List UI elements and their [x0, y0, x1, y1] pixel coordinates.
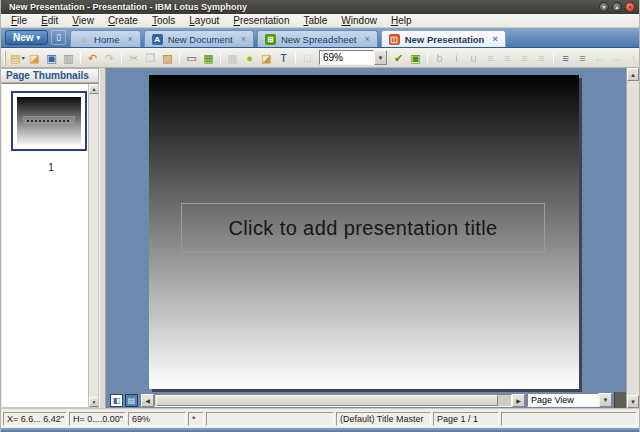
tab-home[interactable]: ⌂Home× — [70, 30, 141, 47]
align-justify-icon: ≡ — [538, 50, 544, 66]
move-up-button[interactable]: ↑ — [625, 50, 640, 66]
maximize-button[interactable]: ▴ — [612, 2, 622, 12]
zoom-level-combobox[interactable]: 69%▼ — [319, 50, 387, 65]
screen-show-button[interactable]: ▣ — [407, 50, 424, 66]
thumbnail-number: 1 — [11, 162, 91, 173]
demote-button[interactable]: → — [608, 50, 625, 66]
menu-create[interactable]: Create — [101, 14, 145, 27]
numbered-list-button[interactable]: ≡ — [574, 50, 591, 66]
align-left-button[interactable]: ≡ — [482, 50, 499, 66]
vertical-scrollbar[interactable]: ▲ ▼ — [626, 68, 639, 408]
scroll-right-icon[interactable]: ▶ — [512, 394, 525, 407]
tab-close-icon[interactable]: × — [241, 34, 246, 44]
window-controls: ▾▴× — [599, 2, 635, 12]
chevron-down-icon: ▾ — [22, 54, 25, 61]
print-button[interactable]: ▥ — [60, 50, 77, 66]
align-justify-button[interactable]: ≡ — [533, 50, 550, 66]
gallery-button[interactable]: ◪ — [258, 50, 275, 66]
application-window: New Presentation - Presentation - IBM Lo… — [0, 0, 640, 432]
align-right-icon: ≡ — [521, 50, 527, 66]
undo-button[interactable]: ↶ — [84, 50, 101, 66]
thumbnail-scrollbar[interactable]: ▲ ▼ — [88, 84, 98, 407]
bold-button[interactable]: b — [431, 50, 448, 66]
panel-splitter[interactable] — [99, 68, 106, 408]
tab-new-document[interactable]: ANew Document× — [144, 30, 254, 47]
view-selector-dropdown-button[interactable]: ▼ — [599, 393, 612, 407]
align-right-button[interactable]: ≡ — [516, 50, 533, 66]
scroll-left-icon[interactable]: ◀ — [141, 394, 154, 407]
open-document-button[interactable]: ▯ — [51, 30, 66, 45]
resize-grip[interactable] — [614, 392, 626, 408]
italic-button[interactable]: i — [448, 50, 465, 66]
text-box-icon: T — [280, 50, 287, 66]
tab-label: New Spreadsheet — [281, 34, 357, 45]
promote-icon: ← — [594, 50, 605, 66]
horizontal-scrollbar[interactable] — [154, 394, 512, 407]
tab-close-icon[interactable]: × — [127, 34, 132, 44]
menu-window[interactable]: Window — [334, 14, 384, 27]
cut-button[interactable]: ✂ — [125, 50, 142, 66]
frame-icon: ▭ — [186, 50, 196, 66]
tab-new-spreadsheet[interactable]: ⊞New Spreadsheet× — [257, 30, 378, 47]
scroll-down-icon[interactable]: ▼ — [627, 395, 639, 408]
view-selector[interactable]: Page View ▼ — [527, 393, 612, 407]
toolbar-separator — [80, 51, 81, 64]
insert-image-button[interactable]: ▦ — [200, 50, 217, 66]
frame-button[interactable]: ▭ — [183, 50, 200, 66]
spellcheck-button[interactable]: ✔ — [390, 50, 407, 66]
title-placeholder[interactable]: Click to add presentation title — [181, 203, 545, 253]
normal-view-button[interactable]: ◧ — [110, 394, 123, 407]
toolbar-separator — [553, 51, 554, 64]
menu-tools[interactable]: Tools — [145, 14, 182, 27]
menu-view[interactable]: View — [65, 14, 101, 27]
chevron-down-icon: ▾ — [37, 34, 41, 42]
new-button[interactable]: New ▾ — [5, 30, 48, 45]
underline-button[interactable]: u — [465, 50, 482, 66]
text-box-button[interactable]: T — [275, 50, 292, 66]
cut-icon: ✂ — [129, 50, 138, 66]
open-button[interactable]: ◪ — [26, 50, 43, 66]
zoom-button[interactable]: □ — [299, 50, 316, 66]
insert-image-icon: ▦ — [203, 50, 213, 66]
menu-help[interactable]: Help — [384, 14, 419, 27]
minimize-button[interactable]: ▾ — [599, 2, 609, 12]
redo-button[interactable]: ↷ — [101, 50, 118, 66]
spreadsheet-icon: ⊞ — [265, 34, 276, 45]
tab-close-icon[interactable]: × — [364, 34, 369, 44]
toolbar-separator — [427, 51, 428, 64]
menu-edit[interactable]: Edit — [34, 14, 65, 27]
menu-layout[interactable]: Layout — [182, 14, 226, 27]
main-toolbar: ▤▾◪▣▥↶↷✂❐▨▭▦▦●◪T□69%▼✔▣biu≡≡≡≡≡≡←→↑↓⚙= — [1, 48, 639, 68]
new-document-button[interactable]: ▤▾ — [9, 50, 26, 66]
scroll-up-icon[interactable]: ▲ — [89, 84, 99, 94]
align-center-button[interactable]: ≡ — [499, 50, 516, 66]
shape-button[interactable]: ● — [241, 50, 258, 66]
bullet-list-button[interactable]: ≡ — [557, 50, 574, 66]
horizontal-scroll-thumb[interactable] — [156, 395, 498, 406]
slide[interactable]: Click to add presentation title — [149, 75, 579, 389]
slide-thumbnail[interactable] — [11, 91, 87, 151]
zoom-dropdown-button[interactable]: ▼ — [374, 50, 387, 65]
paste-button[interactable]: ▨ — [159, 50, 176, 66]
toolbar-separator — [220, 51, 221, 64]
slide-canvas[interactable]: Click to add presentation title — [106, 68, 626, 392]
menu-presentation[interactable]: Presentation — [226, 14, 296, 27]
cursor-position: X= 6.6... 6.42" — [3, 412, 67, 426]
save-button[interactable]: ▣ — [43, 50, 60, 66]
copy-button[interactable]: ❐ — [142, 50, 159, 66]
tab-strip: ⌂Home×ANew Document×⊞New Spreadsheet×◫Ne… — [70, 28, 509, 47]
close-button[interactable]: × — [625, 2, 635, 12]
scroll-up-icon[interactable]: ▲ — [627, 68, 639, 81]
tab-new-presentation[interactable]: ◫New Presentation× — [381, 30, 506, 47]
promote-button[interactable]: ← — [591, 50, 608, 66]
page-view-button[interactable]: ▤ — [125, 394, 138, 407]
menu-table[interactable]: Table — [296, 14, 334, 27]
menu-file[interactable]: File — [4, 14, 34, 27]
scroll-down-icon[interactable]: ▼ — [89, 397, 99, 407]
table-button[interactable]: ▦ — [224, 50, 241, 66]
italic-icon: i — [455, 50, 457, 66]
zoom-icon: □ — [304, 50, 311, 66]
object-size: H= 0....0.00" — [69, 412, 126, 426]
tab-close-icon[interactable]: × — [492, 34, 497, 44]
toolbar-handle[interactable] — [4, 51, 6, 65]
